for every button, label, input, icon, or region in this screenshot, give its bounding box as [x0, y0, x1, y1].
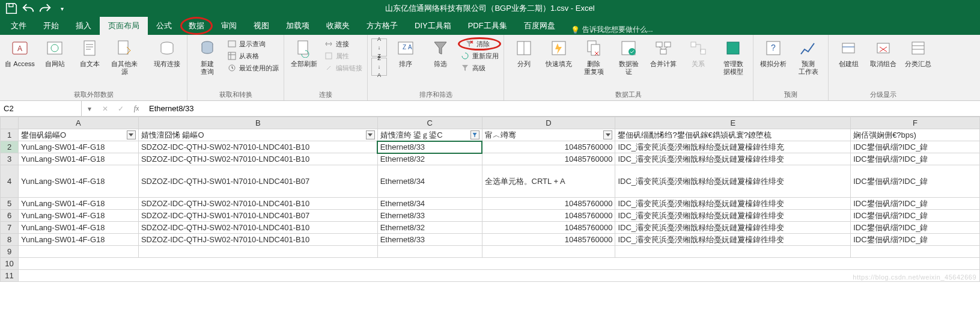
- remove-duplicates-button[interactable]: 删除 重复项: [577, 37, 610, 76]
- cell[interactable]: IDC鐢佃矾缁?IDC_鍏: [851, 198, 980, 210]
- col-header-F[interactable]: F: [851, 117, 980, 129]
- cell[interactable]: [18, 246, 138, 258]
- data-model-button[interactable]: 管理数 据模型: [717, 37, 749, 76]
- cell[interactable]: IDC_灞变笢浜戞湀缃戠粶绐戞妧鏈夐檺鍏徃绯变: [615, 165, 851, 198]
- row-header-1[interactable]: 1: [1, 129, 19, 141]
- group-button[interactable]: 创建组: [832, 37, 865, 68]
- col-header-A[interactable]: A: [18, 117, 138, 129]
- tab-pagelayout[interactable]: 页面布局: [100, 17, 148, 35]
- filter-dropdown-C[interactable]: [470, 130, 479, 139]
- cell[interactable]: [377, 246, 482, 258]
- from-table-button[interactable]: 从表格: [226, 50, 280, 61]
- cell[interactable]: IDC鐢佃矾缁?IDC_鍏: [851, 141, 980, 153]
- cell[interactable]: YunLang-SW01-4F-G18: [18, 222, 138, 234]
- refresh-all-button[interactable]: 全部刷新: [288, 37, 320, 68]
- redo-button[interactable]: [38, 2, 52, 15]
- header-cell[interactable]: 鐢佃矾鍚嶇О: [21, 130, 66, 141]
- row-header[interactable]: 11: [1, 270, 19, 282]
- cell[interactable]: SDZOZ-IDC-QTHJ-SW02-N7010-LNDC401-B10: [138, 222, 377, 234]
- row-header[interactable]: 8: [1, 234, 19, 246]
- cell[interactable]: YunLang-SW01-4F-G18: [18, 153, 138, 165]
- cell[interactable]: Ethernet8/33: [377, 210, 482, 222]
- row-header[interactable]: 10: [1, 258, 19, 270]
- cell[interactable]: 10485760000: [482, 222, 615, 234]
- col-header-E[interactable]: E: [615, 117, 851, 129]
- tab-diy[interactable]: DIY工具箱: [406, 17, 460, 35]
- col-header-D[interactable]: D: [482, 117, 615, 129]
- sort-button[interactable]: ZA排序: [389, 37, 422, 68]
- col-header-B[interactable]: B: [138, 117, 377, 129]
- ungroup-button[interactable]: 取消组合: [867, 37, 899, 68]
- clear-filter-button[interactable]: 清除: [458, 37, 501, 50]
- advanced-filter-button[interactable]: 高级: [459, 63, 500, 73]
- cell[interactable]: IDC鐢佃矾缁?IDC_鍏: [851, 234, 980, 246]
- cell[interactable]: SDZOZ-IDC-QTHJ-SW02-N7010-LNDC401-B10: [138, 153, 377, 165]
- cell[interactable]: 全选单元格。CRTL + A: [482, 165, 615, 198]
- tab-baidu[interactable]: 百度网盘: [516, 17, 564, 35]
- from-text-button[interactable]: 自文本: [73, 37, 106, 68]
- existing-conn-button[interactable]: 现有连接: [151, 37, 183, 68]
- qat-more-icon[interactable]: ▾: [55, 2, 68, 15]
- header-cell[interactable]: 甯︿竴骞: [485, 130, 516, 141]
- header-cell[interactable]: 婧愯澶绔 鍙ｇ鍙C: [380, 130, 443, 141]
- cell[interactable]: SDZOZ-IDC-QTHJ-SW02-N7010-LNDC401-B10: [138, 141, 377, 153]
- save-button[interactable]: [5, 2, 18, 15]
- cell[interactable]: Ethernet8/34: [377, 198, 482, 210]
- from-access-button[interactable]: A自 Access: [4, 37, 36, 68]
- row-header[interactable]: 6: [1, 210, 19, 222]
- select-all-corner[interactable]: [1, 117, 19, 129]
- cell[interactable]: Ethernet8/32: [377, 222, 482, 234]
- consolidate-button[interactable]: 合并计算: [647, 37, 680, 68]
- tab-home[interactable]: 开始: [35, 17, 67, 35]
- cell[interactable]: Ethernet8/34: [377, 165, 482, 198]
- tab-formula[interactable]: 公式: [148, 17, 180, 35]
- header-cell[interactable]: 婧愯澶囧悕 鍚嶇О: [141, 130, 204, 141]
- subtotal-button[interactable]: 分类汇总: [902, 37, 934, 68]
- text-to-columns-button[interactable]: 分列: [508, 37, 540, 68]
- cell[interactable]: SDZOZ-IDC-QTHJ-SW02-N7010-LNDC401-B10: [138, 198, 377, 210]
- cell[interactable]: IDC_灞变笢浜戞湀缃戠粶绐戞妧鏈夐檺鍏徃绯变: [615, 153, 851, 165]
- row-header[interactable]: 4: [1, 165, 19, 198]
- cell[interactable]: YunLang-SW01-4F-G18: [18, 210, 138, 222]
- name-box-input[interactable]: [4, 104, 78, 113]
- cell[interactable]: 10485760000: [482, 234, 615, 246]
- cell[interactable]: IDC鐢佃矾缁?IDC_鍏: [851, 153, 980, 165]
- data-validation-button[interactable]: 数据验 证: [612, 37, 645, 76]
- tab-fang[interactable]: 方方格子: [358, 17, 406, 35]
- cell[interactable]: [138, 246, 377, 258]
- header-cell[interactable]: 娴佸彉娴侀€?bps): [853, 130, 916, 141]
- namebox-dropdown-icon[interactable]: ▾: [82, 101, 97, 116]
- row-header[interactable]: 2: [1, 141, 19, 153]
- row-header[interactable]: 5: [1, 198, 19, 210]
- tab-addin[interactable]: 加载项: [278, 17, 318, 35]
- cell[interactable]: 10485760000: [482, 153, 615, 165]
- cell[interactable]: YunLang-SW01-4F-G18: [18, 165, 138, 198]
- name-box[interactable]: [0, 101, 82, 116]
- from-web-button[interactable]: 自网站: [38, 37, 71, 68]
- cell[interactable]: IDC_灞变笢浜戞湀缃戠粶绐戞妧鏈夐檺鍏徃绯变: [615, 234, 851, 246]
- new-query-button[interactable]: 新建 查询: [191, 37, 224, 76]
- tab-review[interactable]: 审阅: [213, 17, 245, 35]
- cell[interactable]: IDC鐢佃矾缁?IDC_鍏: [851, 210, 980, 222]
- properties-button[interactable]: 属性: [323, 50, 364, 61]
- header-cell[interactable]: 鐢佃矾缁勫悕绉?鐢佃矾鎵€鐫熲矾寰?鐐堕梳: [618, 130, 772, 141]
- connections-button[interactable]: 连接: [323, 38, 364, 49]
- cell[interactable]: YunLang-SW01-4F-G18: [18, 234, 138, 246]
- cell[interactable]: IDC鐢佃矾缁?IDC_鍏: [851, 165, 980, 198]
- cell[interactable]: IDC_灞变笢浜戞湀缃戠粶绐戞妧鏈夐檺鍏徃绯变: [615, 210, 851, 222]
- filter-dropdown-B[interactable]: [366, 130, 375, 139]
- whatif-button[interactable]: ?模拟分析: [757, 37, 790, 68]
- relationships-button[interactable]: 关系: [682, 37, 714, 68]
- cell[interactable]: Ethernet8/33: [377, 234, 482, 246]
- tab-insert[interactable]: 插入: [67, 17, 100, 35]
- cell[interactable]: IDC_灞变笢浜戞湀缃戠粶绐戞妧鏈夐檺鍏徃绯变: [615, 222, 851, 234]
- cell[interactable]: Ethernet8/33: [377, 141, 482, 153]
- cell[interactable]: IDC_灞变笢浜戞湀缃戠粶绐戞妧鏈夐檺鍏徃绯变: [615, 198, 851, 210]
- tab-pdf[interactable]: PDF工具集: [460, 17, 516, 35]
- cell[interactable]: 10485760000: [482, 141, 615, 153]
- flash-fill-button[interactable]: 快速填充: [543, 37, 575, 68]
- row-header[interactable]: 7: [1, 222, 19, 234]
- col-header-C[interactable]: C: [377, 117, 482, 129]
- cell[interactable]: IDC_灞变笢浜戞湀缃戠粶绐戞妧鏈夐檺鍏徃绯充: [615, 141, 851, 153]
- fx-icon[interactable]: fx: [129, 101, 144, 116]
